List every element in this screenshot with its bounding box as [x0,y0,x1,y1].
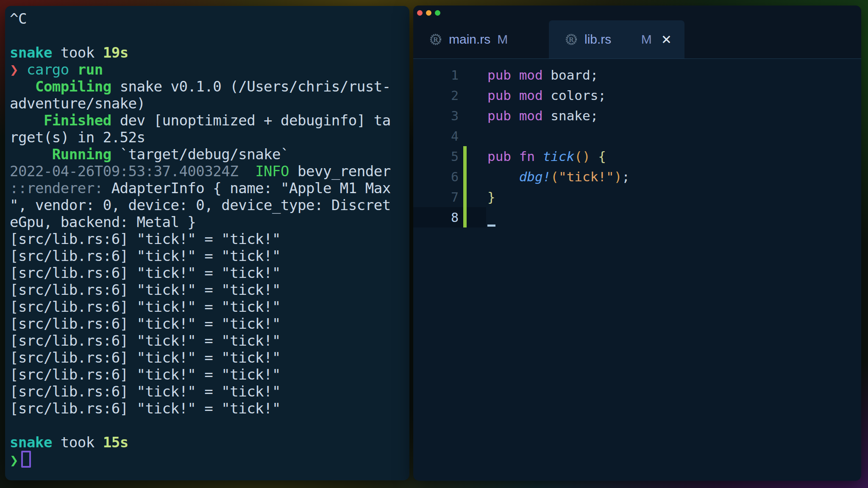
text-segment: 19s [103,44,128,61]
tab-lib-rs[interactable]: R lib.rs M ✕ [549,20,684,58]
code-line[interactable]: 2pub mod colors; [413,85,861,105]
terminal-line: ::renderer: AdapterInfo { name: "Apple M… [10,180,409,197]
code-line[interactable]: 5pub fn tick() { [413,146,861,166]
text-segment: pub mod [487,67,551,83]
text-segment: colors; [551,88,606,103]
text-segment: ( [551,169,559,184]
terminal-line: ^C [10,10,409,27]
text-segment: ", vendor: 0, device: 0, device_type: Di… [10,197,391,214]
tab-label: main.rs [449,32,490,47]
text-segment: AdapterInfo { name: "Apple M1 Max [103,180,391,197]
text-segment: bevy_render [289,163,391,180]
terminal-line: [src/lib.rs:6] "tick!" = "tick!" [10,315,409,332]
line-number: 8 [413,210,459,225]
line-number: 2 [413,88,459,103]
text-segment: } [487,189,495,205]
text-segment: ::renderer: [10,180,103,197]
rust-logo-icon: R [565,33,578,46]
text-segment: [src/lib.rs:6] "tick!" = "tick!" [10,332,281,349]
editor-cursor [487,225,495,227]
text-segment: pub mod [487,88,551,103]
text-segment: [src/lib.rs:6] "tick!" = "tick!" [10,230,281,247]
git-added-gutter-bar [463,187,467,207]
terminal-line: ", vendor: 0, device: 0, device_type: Di… [10,197,409,214]
line-number: 1 [413,68,459,83]
svg-text:R: R [433,36,438,43]
code-text: dbg!("tick!"); [487,169,630,184]
terminal-line: [src/lib.rs:6] "tick!" = "tick!" [10,383,409,400]
text-segment: [src/lib.rs:6] "tick!" = "tick!" [10,298,281,315]
text-segment: dbg! [519,169,551,184]
rust-logo-icon: R [429,33,442,46]
code-text: pub mod snake; [487,108,598,123]
gutter-bar-slot [463,85,467,105]
code-text: pub mod board; [487,67,598,83]
git-added-gutter-bar [463,207,467,227]
editor-window[interactable]: R main.rs M R lib.rs M ✕ 1pub mod board;… [413,6,861,481]
terminal-window[interactable]: ^Csnake took 19s❯ cargo run Compiling sn… [5,6,409,480]
terminal-cursor [21,451,31,468]
terminal-line: snake took 19s [10,44,409,61]
modified-badge: M [497,32,508,47]
text-segment: took [52,44,103,61]
code-line[interactable]: 8 [413,207,861,227]
terminal-line: ❯ [10,451,409,468]
modified-badge: M [641,32,652,47]
text-segment: tick [543,149,575,164]
text-segment: [src/lib.rs:6] "tick!" = "tick!" [10,264,281,281]
text-segment: { [598,149,606,164]
minimize-traffic-light[interactable] [426,10,431,16]
text-segment: [src/lib.rs:6] "tick!" = "tick!" [10,383,281,400]
git-added-gutter-bar [463,166,467,187]
text-segment: adventure/snake) [10,95,145,112]
line-number: 3 [413,108,459,123]
terminal-line: [src/lib.rs:6] "tick!" = "tick!" [10,332,409,349]
text-segment: ^C [10,10,27,27]
text-segment: [src/lib.rs:6] "tick!" = "tick!" [10,400,281,417]
text-segment [10,78,35,95]
code-text: pub mod colors; [487,88,606,103]
text-segment: rget(s) in 2.52s [10,129,145,146]
code-line[interactable]: 7} [413,187,861,207]
close-tab-icon[interactable]: ✕ [661,32,672,47]
code-line[interactable]: 3pub mod snake; [413,105,861,126]
gutter-bar-slot [463,126,467,146]
text-segment: [src/lib.rs:6] "tick!" = "tick!" [10,349,281,366]
tab-bar: R main.rs M R lib.rs M ✕ [413,20,861,59]
terminal-output: ^Csnake took 19s❯ cargo run Compiling sn… [10,10,409,468]
tab-label: lib.rs [584,32,611,47]
text-segment: [src/lib.rs:6] "tick!" = "tick!" [10,366,281,383]
text-segment: 2022-04-26T09:53:37.400324Z [10,163,238,180]
code-line[interactable]: 4 [413,126,861,146]
terminal-line: 2022-04-26T09:53:37.400324Z INFO bevy_re… [10,163,409,180]
gutter-bar-slot [463,105,467,126]
tab-main-rs[interactable]: R main.rs M [413,20,549,58]
terminal-line: Compiling snake v0.1.0 (/Users/chris/rus… [10,78,409,95]
terminal-line [10,27,409,44]
text-segment: ) [614,169,622,184]
code-line[interactable]: 1pub mod board; [413,65,861,85]
line-number: 6 [413,169,459,184]
terminal-line: [src/lib.rs:6] "tick!" = "tick!" [10,281,409,298]
zoom-traffic-light[interactable] [435,10,440,16]
code-text [487,208,495,227]
text-segment: snake v0.1.0 (/Users/chris/rust- [111,78,391,95]
code-area[interactable]: 1pub mod board;2pub mod colors;3pub mod … [413,59,861,227]
line-number: 7 [413,190,459,205]
line-number: 4 [413,129,459,144]
text-segment: `target/debug/snake` [111,146,289,163]
text-segment: took [52,434,103,451]
terminal-line: [src/lib.rs:6] "tick!" = "tick!" [10,230,409,247]
text-segment: ❯ [10,452,18,469]
terminal-line: [src/lib.rs:6] "tick!" = "tick!" [10,400,409,417]
text-segment: cargo [27,61,78,78]
terminal-line: [src/lib.rs:6] "tick!" = "tick!" [10,298,409,315]
text-segment [487,169,519,184]
close-traffic-light[interactable] [417,10,423,16]
code-line[interactable]: 6 dbg!("tick!"); [413,166,861,187]
terminal-line: [src/lib.rs:6] "tick!" = "tick!" [10,264,409,281]
terminal-line: adventure/snake) [10,95,409,112]
terminal-line: snake took 15s [10,434,409,451]
text-segment: run [78,61,103,78]
text-segment [238,163,255,180]
